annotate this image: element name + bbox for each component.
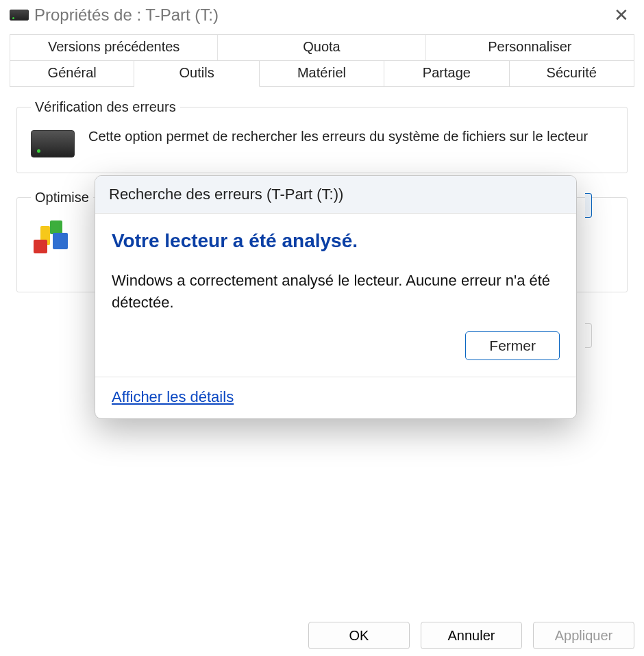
group-error-checking: Vérification des erreurs Cette option pe… [16,99,628,173]
drive-icon [10,10,29,21]
tab-general[interactable]: Général [10,60,134,87]
window-title: Propriétés de : T-Part (T:) [34,5,219,25]
optimize-button-partial[interactable] [585,323,592,348]
scan-result-dialog: Recherche des erreurs (T-Part (T:)) Votr… [95,175,577,419]
window-titlebar: Propriétés de : T-Part (T:) ✕ [0,0,644,34]
tab-quota[interactable]: Quota [218,35,425,60]
tab-versions-precedentes[interactable]: Versions précédentes [10,35,218,60]
defrag-icon [31,220,69,255]
drive-large-icon [31,130,75,157]
group-error-checking-legend: Vérification des erreurs [31,99,180,115]
cancel-button[interactable]: Annuler [421,622,522,649]
apply-button: Appliquer [533,622,634,649]
scan-dialog-title: Votre lecteur a été analysé. [112,230,560,252]
dialog-button-row: OK Annuler Appliquer [308,622,634,649]
scan-dialog-header: Recherche des erreurs (T-Part (T:)) [95,176,576,214]
error-checking-description: Cette option permet de rechercher les er… [88,127,588,146]
tab-partage[interactable]: Partage [384,60,509,87]
tab-personnaliser[interactable]: Personnaliser [426,35,634,60]
check-button-partial[interactable] [585,193,592,218]
tabs-row-top: Versions précédentes Quota Personnaliser [10,34,634,60]
close-button[interactable]: Fermer [465,331,560,360]
tab-outils[interactable]: Outils [134,60,259,87]
tab-materiel[interactable]: Matériel [260,60,384,87]
ok-button[interactable]: OK [308,622,410,649]
group-optimize-legend: Optimise [31,190,93,205]
show-details-link[interactable]: Afficher les détails [112,388,234,405]
tab-securite[interactable]: Sécurité [510,60,634,87]
scan-dialog-text: Windows a correctement analysé le lecteu… [112,270,560,314]
close-icon[interactable]: ✕ [608,6,634,24]
tabs-row-main: Général Outils Matériel Partage Sécurité [10,60,634,87]
